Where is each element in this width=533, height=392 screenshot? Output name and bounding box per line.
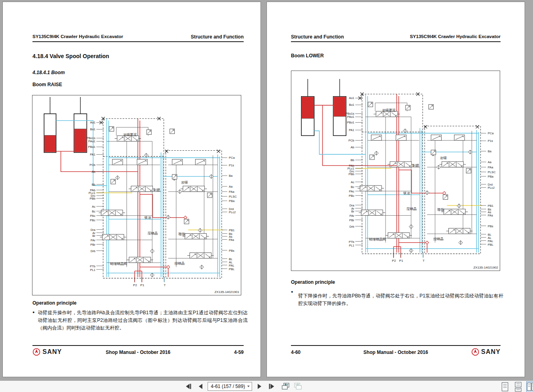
port-label: PBL xyxy=(488,243,493,247)
footer-rule xyxy=(32,345,244,346)
section-title: 4.18.4 Valve Spool Operation xyxy=(32,53,109,59)
port-label: PBs xyxy=(488,224,493,228)
port-label: PCa xyxy=(488,131,494,135)
footer-center: Shop Manual - October 2016 xyxy=(32,350,244,355)
previous-page-icon xyxy=(198,383,204,390)
operation-principle-heading: Operation principle xyxy=(32,300,77,306)
port-label: PLSC xyxy=(229,195,237,198)
port-label: PCa xyxy=(229,156,235,160)
pdf-viewer-window: SY135C9I4K Crawler Hydraulic Excavator S… xyxy=(0,0,533,392)
figure-caption-raise: Boom RAISE xyxy=(32,82,62,87)
figure-id: ZX135-14021902 xyxy=(473,266,498,269)
diagram-inner-label: 噬骸 xyxy=(424,208,458,212)
port-label: P1s xyxy=(229,164,234,167)
page-number-value: 4-61 (157 / 589) xyxy=(211,384,245,389)
header-rule xyxy=(291,41,501,42)
port-label: PAL xyxy=(488,239,493,243)
port-label: PBa xyxy=(229,199,234,203)
port-label: PAr xyxy=(32,238,95,242)
previous-view-button[interactable] xyxy=(281,382,291,391)
facing-pages-view-button[interactable] xyxy=(527,382,533,392)
port-label: Bc xyxy=(32,210,95,213)
port-label: Ac xyxy=(32,205,95,208)
diagram-inner-label: 锬攻 xyxy=(390,191,424,196)
next-page-button[interactable] xyxy=(254,382,264,391)
page-layout-controls xyxy=(500,381,533,392)
port-label: PB1 xyxy=(488,204,493,208)
brand-logo: SANY xyxy=(471,348,501,356)
page-navigation: 4-61 (157 / 589) xyxy=(184,381,303,392)
port-label: Ao1 xyxy=(291,96,354,100)
port-label: Aa xyxy=(488,160,491,164)
port-label: PCb xyxy=(32,163,95,167)
port-label: PAo1 xyxy=(291,115,354,119)
port-label: PTb xyxy=(32,265,95,268)
facing-pages-view-icon xyxy=(527,382,533,392)
port-label: PBb xyxy=(32,197,95,200)
port-label: Bo1 xyxy=(291,103,354,107)
header-rule xyxy=(32,41,244,42)
first-page-button[interactable] xyxy=(184,382,193,391)
next-page-icon xyxy=(256,383,262,390)
diagram-inner-label: 挜螭晶 xyxy=(163,261,196,266)
hydraulic-diagram-boom-raise: ZX135-14021901 Ao1Bo1PBo1sPAo1PBo1PA1PCb… xyxy=(32,95,241,295)
operation-principle-text: 臂下降操作时，先导油路PBb导通，动臂阀芯处于右位，P1泵油经过动臂阀芯流经动臂… xyxy=(291,292,503,307)
subsection-title: 4.18.4.1 Boom xyxy=(32,70,65,75)
diagram-inner-label: 噬骸 xyxy=(165,232,199,237)
continuous-view-icon xyxy=(514,382,522,392)
page-header-left: Structure and Function xyxy=(291,34,344,40)
figure-caption-lower: Boom LOWER xyxy=(291,53,324,59)
first-page-icon xyxy=(185,383,192,390)
footer-page-number: 4-59 xyxy=(234,350,244,355)
footer-center: Shop Manual - October 2016 xyxy=(291,350,501,355)
last-page-icon xyxy=(268,383,275,390)
operation-principle-text: 动臂提升操作时，先导油路PAb及合流控制先导PB1导通；主油路由主泵P1通过动臂… xyxy=(32,309,248,332)
brand-name: SANY xyxy=(481,348,501,356)
diagram-inner-label: 攻曪 xyxy=(426,156,460,161)
port-label: PAL xyxy=(229,264,234,267)
single-page-view-icon xyxy=(501,382,509,392)
diagram-inner-label: 攻曪屠泥 xyxy=(372,108,406,113)
port-label: PL1 xyxy=(291,244,354,247)
diagram-inner-label: 攻曪 xyxy=(168,180,201,185)
port-label: Bb xyxy=(32,183,95,186)
single-page-view-button[interactable] xyxy=(500,382,510,392)
previous-page-button[interactable] xyxy=(196,382,205,391)
port-label: PA1 xyxy=(291,128,354,132)
continuous-view-button[interactable] xyxy=(513,382,523,392)
port-label: Ba xyxy=(229,174,232,178)
port-label: PCb xyxy=(291,139,354,142)
port-label: PBb xyxy=(291,172,354,176)
diagram-inner-label: 攻曪屠泥 xyxy=(113,133,147,137)
page-number-combobox[interactable]: 4-61 (157 / 589) xyxy=(208,382,252,391)
diagram-inner-label: 厔螭晶 xyxy=(136,231,170,236)
figure-id: ZX135-14021901 xyxy=(214,290,239,294)
port-label: PAc xyxy=(32,214,95,218)
port-label: PAs xyxy=(229,238,234,242)
next-view-icon xyxy=(293,382,302,390)
diagram-inner-label: 锬攻 xyxy=(131,216,165,220)
port-label: Ba xyxy=(488,150,491,153)
diagram-inner-label: 蜻缍螭晶阀 xyxy=(361,237,394,242)
last-page-button[interactable] xyxy=(266,382,276,391)
footer-rule xyxy=(291,345,501,346)
port-label: PBr xyxy=(291,218,354,222)
port-label: PAa xyxy=(488,166,493,169)
port-label: Ac xyxy=(291,180,354,184)
chevron-down-icon xyxy=(247,386,250,387)
port-label: PAo1 xyxy=(32,139,95,143)
previous-view-icon xyxy=(281,382,290,390)
page-left: SY135C9I4K Crawler Hydraulic Excavator S… xyxy=(2,2,261,377)
port-label: T xyxy=(160,283,170,287)
diagram-inner-label: 挜螭晶 xyxy=(422,237,455,242)
page-header-right: Structure and Function xyxy=(191,34,244,40)
port-label: PLSC xyxy=(488,170,496,174)
port-label: Br xyxy=(291,210,354,213)
port-label: Bc xyxy=(291,185,354,189)
port-label: PBa xyxy=(488,175,493,178)
next-view-button[interactable] xyxy=(293,382,303,391)
diagram-inner-label: 刺腮 xyxy=(140,188,174,193)
port-label: PAc xyxy=(291,190,354,193)
operation-principle-heading: Operation principle xyxy=(291,279,335,285)
port-label: PBr xyxy=(32,243,95,247)
